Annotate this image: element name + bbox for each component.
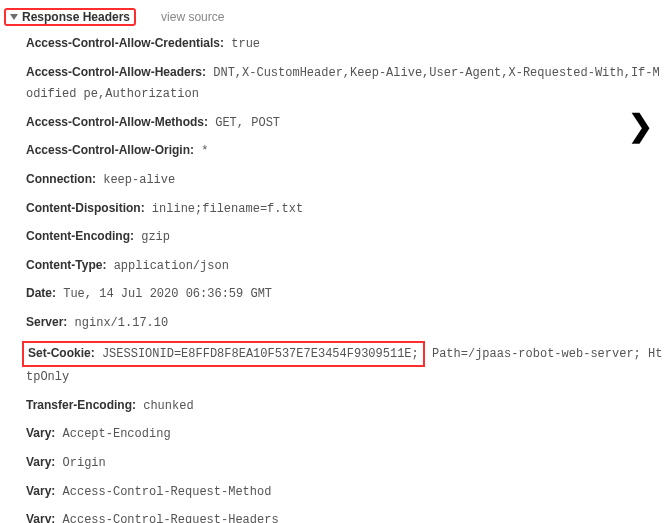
header-line: Access-Control-Allow-Credentials: true: [4, 30, 665, 59]
header-value: Accept-Encoding: [55, 427, 170, 441]
header-line: Vary: Accept-Encoding: [4, 420, 665, 449]
header-line: Access-Control-Allow-Methods: GET, POST: [4, 109, 665, 138]
header-line: Vary: Origin: [4, 449, 665, 478]
header-key: Vary:: [26, 426, 55, 440]
header-key: Access-Control-Allow-Headers:: [26, 65, 206, 79]
header-line: Date: Tue, 14 Jul 2020 06:36:59 GMT: [4, 280, 665, 309]
header-value: Access-Control-Request-Headers: [55, 513, 278, 523]
header-key: Content-Type:: [26, 258, 106, 272]
header-value: Access-Control-Request-Method: [55, 485, 271, 499]
header-key: Set-Cookie:: [28, 346, 95, 360]
header-key: Vary:: [26, 455, 55, 469]
header-key: Vary:: [26, 512, 55, 523]
header-line: Content-Type: application/json: [4, 252, 665, 281]
header-value: keep-alive: [96, 173, 175, 187]
header-line: Vary: Access-Control-Request-Headers: [4, 506, 665, 523]
header-line: Vary: Access-Control-Request-Method: [4, 478, 665, 507]
header-line: Connection: keep-alive: [4, 166, 665, 195]
header-value: JSESSIONID=E8FFD8F8EA10F537E7E3454F93095…: [95, 347, 419, 361]
header-value: application/json: [106, 259, 228, 273]
chevron-right-icon[interactable]: ❯: [628, 108, 653, 143]
header-line: Content-Encoding: gzip: [4, 223, 665, 252]
header-value: inline;filename=f.txt: [145, 202, 303, 216]
header-line: Server: nginx/1.17.10: [4, 309, 665, 338]
header-line: Access-Control-Allow-Headers: DNT,X-Cust…: [4, 59, 665, 109]
header-key: Vary:: [26, 484, 55, 498]
response-headers-header[interactable]: Response Headers view source: [4, 6, 665, 30]
header-value: *: [194, 144, 208, 158]
header-key: Transfer-Encoding:: [26, 398, 136, 412]
header-key: Access-Control-Allow-Origin:: [26, 143, 194, 157]
response-headers-section: Response Headers view source Access-Cont…: [0, 0, 665, 523]
header-value: nginx/1.17.10: [67, 316, 168, 330]
header-key: Connection:: [26, 172, 96, 186]
header-key: Access-Control-Allow-Credentials:: [26, 36, 224, 50]
header-key: Content-Encoding:: [26, 229, 134, 243]
header-value: gzip: [134, 230, 170, 244]
header-key: Server:: [26, 315, 67, 329]
header-key: Date:: [26, 286, 56, 300]
header-line: Content-Disposition: inline;filename=f.t…: [4, 195, 665, 224]
header-key: Content-Disposition:: [26, 201, 145, 215]
response-title-highlight: Response Headers: [4, 8, 136, 26]
header-line: Transfer-Encoding: chunked: [4, 392, 665, 421]
toggle-icon: [10, 14, 18, 20]
header-value: chunked: [136, 399, 194, 413]
set-cookie-highlight: Set-Cookie: JSESSIONID=E8FFD8F8EA10F537E…: [22, 341, 425, 368]
view-source-link[interactable]: view source: [161, 10, 224, 24]
header-line: Set-Cookie: JSESSIONID=E8FFD8F8EA10F537E…: [4, 338, 665, 392]
header-value: Origin: [55, 456, 105, 470]
header-line: Access-Control-Allow-Origin: *: [4, 137, 665, 166]
header-value: true: [224, 37, 260, 51]
header-key: Access-Control-Allow-Methods:: [26, 115, 208, 129]
header-value: Tue, 14 Jul 2020 06:36:59 GMT: [56, 287, 272, 301]
response-headers-title: Response Headers: [22, 10, 130, 24]
header-value: GET, POST: [208, 116, 280, 130]
